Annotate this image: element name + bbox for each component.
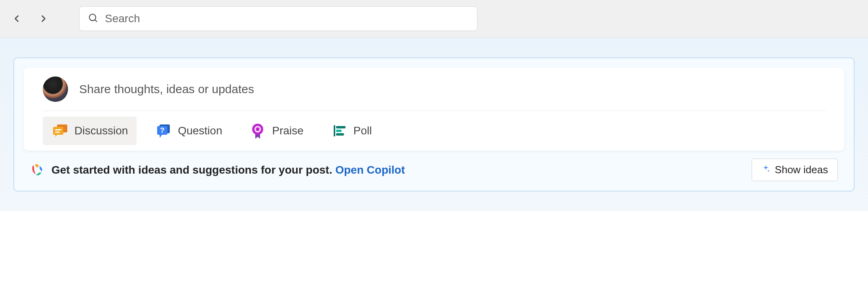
- top-bar: [0, 0, 868, 38]
- composer-container: Share thoughts, ideas or updates Dis: [13, 57, 855, 191]
- chevron-right-icon: [38, 13, 49, 24]
- tab-question[interactable]: ? Question: [146, 117, 231, 145]
- svg-rect-15: [334, 125, 335, 136]
- search-input[interactable]: [105, 12, 469, 25]
- show-ideas-label: Show ideas: [775, 164, 828, 176]
- tab-label: Question: [178, 124, 222, 137]
- composer-prompt[interactable]: Share thoughts, ideas or updates: [79, 82, 254, 96]
- composer-header: Share thoughts, ideas or updates: [24, 68, 844, 111]
- nav-buttons: [9, 11, 51, 26]
- svg-rect-17: [336, 130, 342, 132]
- copilot-row: Get started with ideas and suggestions f…: [24, 151, 844, 184]
- tab-poll[interactable]: Poll: [322, 117, 381, 145]
- back-button[interactable]: [9, 11, 24, 26]
- search-box[interactable]: [79, 6, 477, 31]
- search-icon: [87, 12, 99, 25]
- svg-rect-3: [53, 127, 63, 135]
- poll-icon: [330, 122, 348, 140]
- tab-praise[interactable]: Praise: [240, 117, 312, 145]
- tab-discussion[interactable]: Discussion: [43, 117, 137, 145]
- chevron-left-icon: [11, 13, 22, 24]
- question-icon: ?: [155, 122, 172, 140]
- show-ideas-button[interactable]: Show ideas: [752, 159, 838, 181]
- tab-label: Poll: [353, 124, 372, 137]
- svg-line-1: [95, 20, 97, 22]
- tab-label: Discussion: [74, 124, 128, 137]
- sparkle-icon: [762, 164, 770, 176]
- open-copilot-link[interactable]: Open Copilot: [335, 164, 405, 176]
- content-area: Share thoughts, ideas or updates Dis: [0, 38, 868, 211]
- praise-icon: [249, 122, 266, 140]
- tab-label: Praise: [272, 124, 303, 137]
- copilot-text: Get started with ideas and suggestions f…: [51, 164, 405, 176]
- svg-point-14: [256, 127, 260, 131]
- svg-rect-18: [336, 133, 344, 136]
- avatar: [43, 77, 68, 102]
- copilot-icon: [30, 163, 44, 177]
- svg-marker-9: [160, 135, 162, 138]
- composer-card: Share thoughts, ideas or updates Dis: [24, 68, 844, 151]
- copilot-message-group: Get started with ideas and suggestions f…: [30, 163, 405, 177]
- svg-rect-4: [55, 129, 61, 130]
- forward-button[interactable]: [36, 11, 51, 26]
- svg-text:?: ?: [160, 126, 165, 134]
- copilot-message: Get started with ideas and suggestions f…: [51, 164, 335, 176]
- discussion-icon: [51, 122, 69, 140]
- svg-marker-6: [55, 135, 57, 137]
- svg-rect-16: [336, 126, 346, 128]
- post-type-tabs: Discussion ? Question: [24, 111, 844, 151]
- svg-rect-5: [55, 132, 60, 133]
